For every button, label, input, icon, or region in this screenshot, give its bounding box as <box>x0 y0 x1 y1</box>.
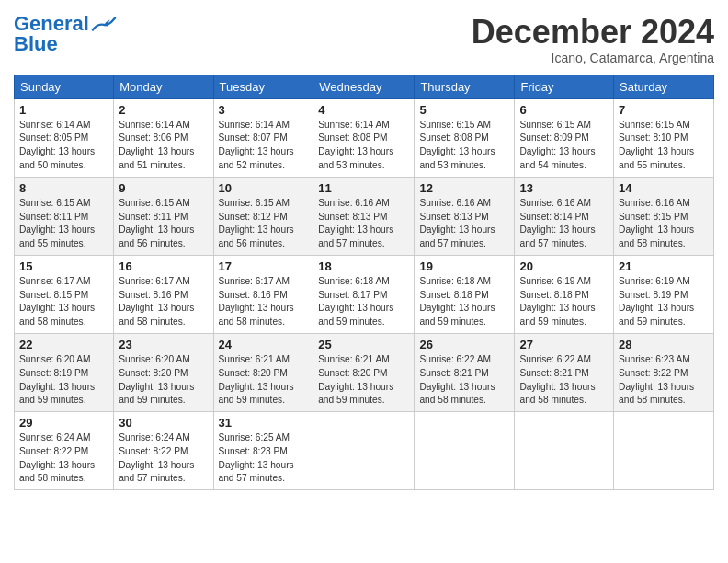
day-info: Sunrise: 6:15 AMSunset: 8:11 PMDaylight:… <box>119 197 208 251</box>
day-info: Sunrise: 6:15 AMSunset: 8:08 PMDaylight:… <box>419 119 509 173</box>
table-row: 7Sunrise: 6:15 AMSunset: 8:10 PMDaylight… <box>614 98 714 177</box>
calendar-week-3: 15Sunrise: 6:17 AMSunset: 8:15 PMDayligh… <box>15 255 714 333</box>
day-number: 5 <box>419 103 509 117</box>
day-number: 31 <box>219 416 309 430</box>
table-row: 11Sunrise: 6:16 AMSunset: 8:13 PMDayligh… <box>313 177 415 255</box>
location: Icano, Catamarca, Argentina <box>472 51 714 65</box>
logo: General Blue <box>14 14 117 54</box>
day-info: Sunrise: 6:24 AMSunset: 8:22 PMDaylight:… <box>119 431 208 486</box>
day-number: 2 <box>119 103 208 117</box>
table-row: 24Sunrise: 6:21 AMSunset: 8:20 PMDayligh… <box>213 333 313 411</box>
table-row: 21Sunrise: 6:19 AMSunset: 8:19 PMDayligh… <box>614 255 714 333</box>
day-info: Sunrise: 6:18 AMSunset: 8:18 PMDaylight:… <box>419 275 509 329</box>
day-number: 9 <box>119 181 208 195</box>
table-row: 25Sunrise: 6:21 AMSunset: 8:20 PMDayligh… <box>313 333 415 411</box>
table-row: 2Sunrise: 6:14 AMSunset: 8:06 PMDaylight… <box>114 98 213 177</box>
day-number: 16 <box>119 259 208 273</box>
day-info: Sunrise: 6:16 AMSunset: 8:15 PMDaylight:… <box>619 197 709 251</box>
day-number: 24 <box>219 338 309 351</box>
day-number: 23 <box>119 338 208 351</box>
table-row: 9Sunrise: 6:15 AMSunset: 8:11 PMDaylight… <box>114 177 213 255</box>
table-row: 27Sunrise: 6:22 AMSunset: 8:21 PMDayligh… <box>515 333 614 411</box>
day-number: 12 <box>419 181 509 195</box>
day-number: 1 <box>19 103 108 117</box>
table-row: 15Sunrise: 6:17 AMSunset: 8:15 PMDayligh… <box>15 255 114 333</box>
day-info: Sunrise: 6:21 AMSunset: 8:20 PMDaylight:… <box>219 353 309 408</box>
col-monday: Monday <box>114 75 213 98</box>
day-info: Sunrise: 6:14 AMSunset: 8:07 PMDaylight:… <box>219 119 309 173</box>
day-number: 18 <box>318 259 409 273</box>
day-number: 11 <box>318 181 409 195</box>
day-number: 26 <box>419 338 509 351</box>
day-info: Sunrise: 6:17 AMSunset: 8:16 PMDaylight:… <box>219 275 309 329</box>
day-number: 3 <box>219 103 309 117</box>
table-row <box>614 412 714 490</box>
day-info: Sunrise: 6:15 AMSunset: 8:12 PMDaylight:… <box>219 197 309 251</box>
day-info: Sunrise: 6:20 AMSunset: 8:20 PMDaylight:… <box>119 353 208 408</box>
calendar-week-5: 29Sunrise: 6:24 AMSunset: 8:22 PMDayligh… <box>15 412 714 490</box>
table-row: 5Sunrise: 6:15 AMSunset: 8:08 PMDaylight… <box>415 98 515 177</box>
table-row: 31Sunrise: 6:25 AMSunset: 8:23 PMDayligh… <box>213 412 313 490</box>
day-number: 10 <box>219 181 309 195</box>
day-number: 21 <box>619 259 709 273</box>
table-row: 28Sunrise: 6:23 AMSunset: 8:22 PMDayligh… <box>614 333 714 411</box>
day-number: 19 <box>419 259 509 273</box>
table-row: 18Sunrise: 6:18 AMSunset: 8:17 PMDayligh… <box>313 255 415 333</box>
table-row: 23Sunrise: 6:20 AMSunset: 8:20 PMDayligh… <box>114 333 213 411</box>
col-wednesday: Wednesday <box>313 75 415 98</box>
day-info: Sunrise: 6:15 AMSunset: 8:11 PMDaylight:… <box>19 197 108 251</box>
day-number: 22 <box>19 338 108 351</box>
main-container: General Blue December 2024 Icano, Catama… <box>0 0 728 500</box>
day-info: Sunrise: 6:17 AMSunset: 8:16 PMDaylight:… <box>119 275 208 329</box>
header-row: Sunday Monday Tuesday Wednesday Thursday… <box>15 75 714 98</box>
day-info: Sunrise: 6:19 AMSunset: 8:18 PMDaylight:… <box>519 275 609 329</box>
col-sunday: Sunday <box>15 75 114 98</box>
logo-bird-icon <box>91 14 117 34</box>
table-row: 10Sunrise: 6:15 AMSunset: 8:12 PMDayligh… <box>213 177 313 255</box>
calendar-table: Sunday Monday Tuesday Wednesday Thursday… <box>14 75 714 491</box>
day-number: 20 <box>519 259 609 273</box>
day-number: 13 <box>519 181 609 195</box>
day-number: 4 <box>318 103 409 117</box>
day-number: 14 <box>619 181 709 195</box>
day-info: Sunrise: 6:20 AMSunset: 8:19 PMDaylight:… <box>19 353 108 408</box>
table-row: 8Sunrise: 6:15 AMSunset: 8:11 PMDaylight… <box>15 177 114 255</box>
day-number: 27 <box>519 338 609 351</box>
table-row: 30Sunrise: 6:24 AMSunset: 8:22 PMDayligh… <box>114 412 213 490</box>
table-row: 13Sunrise: 6:16 AMSunset: 8:14 PMDayligh… <box>515 177 614 255</box>
day-info: Sunrise: 6:22 AMSunset: 8:21 PMDaylight:… <box>419 353 509 408</box>
day-info: Sunrise: 6:16 AMSunset: 8:13 PMDaylight:… <box>318 197 409 251</box>
day-number: 25 <box>318 338 409 351</box>
title-block: December 2024 Icano, Catamarca, Argentin… <box>472 14 714 65</box>
table-row: 22Sunrise: 6:20 AMSunset: 8:19 PMDayligh… <box>15 333 114 411</box>
table-row <box>313 412 415 490</box>
table-row <box>515 412 614 490</box>
day-info: Sunrise: 6:22 AMSunset: 8:21 PMDaylight:… <box>519 353 609 408</box>
day-info: Sunrise: 6:19 AMSunset: 8:19 PMDaylight:… <box>619 275 709 329</box>
header: General Blue December 2024 Icano, Catama… <box>14 14 714 65</box>
table-row: 6Sunrise: 6:15 AMSunset: 8:09 PMDaylight… <box>515 98 614 177</box>
month-title: December 2024 <box>472 14 714 51</box>
day-info: Sunrise: 6:14 AMSunset: 8:08 PMDaylight:… <box>318 119 409 173</box>
col-tuesday: Tuesday <box>213 75 313 98</box>
day-number: 7 <box>619 103 709 117</box>
day-number: 6 <box>519 103 609 117</box>
day-info: Sunrise: 6:25 AMSunset: 8:23 PMDaylight:… <box>219 431 309 486</box>
day-info: Sunrise: 6:24 AMSunset: 8:22 PMDaylight:… <box>19 431 108 486</box>
day-info: Sunrise: 6:15 AMSunset: 8:10 PMDaylight:… <box>619 119 709 173</box>
calendar-week-4: 22Sunrise: 6:20 AMSunset: 8:19 PMDayligh… <box>15 333 714 411</box>
day-info: Sunrise: 6:14 AMSunset: 8:05 PMDaylight:… <box>19 119 108 173</box>
calendar-week-1: 1Sunrise: 6:14 AMSunset: 8:05 PMDaylight… <box>15 98 714 177</box>
table-row: 16Sunrise: 6:17 AMSunset: 8:16 PMDayligh… <box>114 255 213 333</box>
day-info: Sunrise: 6:17 AMSunset: 8:15 PMDaylight:… <box>19 275 108 329</box>
day-info: Sunrise: 6:15 AMSunset: 8:09 PMDaylight:… <box>519 119 609 173</box>
table-row: 17Sunrise: 6:17 AMSunset: 8:16 PMDayligh… <box>213 255 313 333</box>
table-row: 14Sunrise: 6:16 AMSunset: 8:15 PMDayligh… <box>614 177 714 255</box>
day-number: 30 <box>119 416 208 430</box>
day-number: 28 <box>619 338 709 351</box>
logo-general: General <box>14 14 89 34</box>
day-number: 15 <box>19 259 108 273</box>
col-thursday: Thursday <box>415 75 515 98</box>
table-row <box>415 412 515 490</box>
col-friday: Friday <box>515 75 614 98</box>
